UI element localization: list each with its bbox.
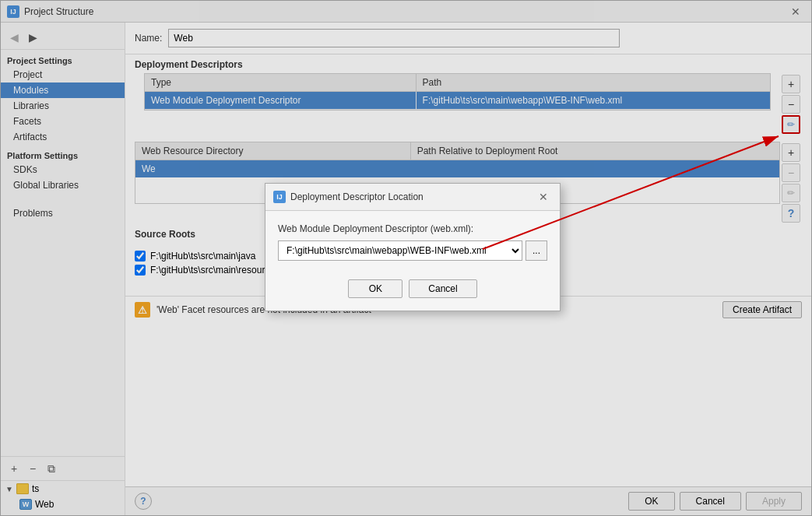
source-root-resources-path: F:\gitHub\ts\src\main\resources xyxy=(150,265,279,276)
sidebar-item-global-libraries[interactable]: Global Libraries xyxy=(1,177,125,193)
table-cell-type: Web Module Deployment Descriptor xyxy=(145,92,416,110)
source-root-java-path: F:\gitHub\ts\src\main\java xyxy=(150,251,255,262)
bottom-bar: ? OK Cancel Apply xyxy=(125,486,811,515)
table-row[interactable]: Web Module Deployment Descriptor F:\gitH… xyxy=(145,92,770,110)
sub-col-path: Path Relative to Deployment Root xyxy=(410,142,779,160)
bottom-right: OK Cancel Apply xyxy=(628,492,802,511)
modal-descriptor-label: Web Module Deployment Descriptor (web.xm… xyxy=(278,223,547,234)
modal-dialog: IJ Deployment Descriptor Location ✕ Web … xyxy=(265,183,561,311)
apply-button[interactable]: Apply xyxy=(746,492,802,511)
platform-settings-header: Platform Settings xyxy=(1,145,125,162)
sub-add-button[interactable]: + xyxy=(782,143,800,162)
title-bar: IJ Project Structure ✕ xyxy=(1,1,811,23)
modal-ok-button[interactable]: OK xyxy=(348,279,402,298)
tree-copy-button[interactable]: ⧉ xyxy=(43,460,60,477)
modal-input-row: F:\gitHub\ts\src\main\webapp\WEB-INF\web… xyxy=(278,240,547,261)
window-title: Project Structure xyxy=(24,6,93,17)
modal-title-text: Deployment Descriptor Location xyxy=(290,191,424,202)
col-type: Type xyxy=(145,74,416,92)
deployment-table: Type Path Web Module Deployment Descript… xyxy=(145,74,770,110)
deployment-section-title: Deployment Descriptors xyxy=(125,54,811,73)
close-icon[interactable]: ✕ xyxy=(786,4,805,19)
sub-table: Web Resource Directory Path Relative to … xyxy=(135,142,779,177)
modal-title-bar: IJ Deployment Descriptor Location ✕ xyxy=(265,184,560,211)
sub-help-button[interactable]: ? xyxy=(782,204,800,223)
folder-icon xyxy=(16,483,29,494)
modal-body: Web Module Deployment Descriptor (web.xm… xyxy=(265,211,560,273)
create-artifact-button[interactable]: Create Artifact xyxy=(722,301,802,318)
source-root-java-checkbox[interactable] xyxy=(135,251,146,262)
ok-button[interactable]: OK xyxy=(628,492,674,511)
tree-root-label: ts xyxy=(32,483,39,494)
bottom-left: ? xyxy=(135,493,152,510)
sub-table-row[interactable]: We xyxy=(135,160,779,178)
name-label: Name: xyxy=(135,33,162,44)
sub-cell-dir: We xyxy=(135,160,410,178)
tree-remove-button[interactable]: − xyxy=(24,460,41,477)
sub-side-buttons: + − ✏ ? xyxy=(780,142,802,224)
source-root-resources-checkbox[interactable] xyxy=(135,265,146,276)
sidebar-item-sdks[interactable]: SDKs xyxy=(1,162,125,177)
module-header: Name: xyxy=(125,23,811,54)
modal-path-select[interactable]: F:\gitHub\ts\src\main\webapp\WEB-INF\web… xyxy=(278,240,522,261)
tree-root-ts[interactable]: ▼ ts xyxy=(1,481,125,497)
deployment-table-wrapper: Type Path Web Module Deployment Descript… xyxy=(144,73,771,111)
help-button[interactable]: ? xyxy=(135,493,152,510)
deployment-add-button[interactable]: + xyxy=(782,75,800,93)
sidebar: ◀ ▶ Project Settings Project Modules Lib… xyxy=(1,23,125,515)
sub-cell-path xyxy=(410,160,779,178)
forward-button[interactable]: ▶ xyxy=(24,29,41,46)
name-input[interactable] xyxy=(168,29,620,47)
sub-edit-button[interactable]: ✏ xyxy=(782,184,800,202)
tree-add-button[interactable]: + xyxy=(5,460,23,477)
back-button[interactable]: ◀ xyxy=(5,29,23,46)
modal-title-left: IJ Deployment Descriptor Location xyxy=(273,191,424,203)
cancel-button[interactable]: Cancel xyxy=(680,492,741,511)
nav-toolbar: ◀ ▶ xyxy=(1,26,125,50)
sidebar-item-problems[interactable]: Problems xyxy=(1,205,125,221)
sub-col-dir: Web Resource Directory xyxy=(135,142,410,160)
warning-icon: ⚠ xyxy=(135,302,150,318)
project-settings-header: Project Settings xyxy=(1,50,125,67)
sidebar-item-facets[interactable]: Facets xyxy=(1,114,125,129)
modal-footer: OK Cancel xyxy=(265,273,560,311)
tree-toolbar: + − ⧉ xyxy=(1,457,125,481)
title-bar-left: IJ Project Structure xyxy=(7,5,93,18)
app-icon: IJ xyxy=(7,5,19,18)
modal-close-icon[interactable]: ✕ xyxy=(535,188,552,205)
deployment-remove-button[interactable]: − xyxy=(782,95,800,114)
module-icon: W xyxy=(19,499,32,510)
modal-title-icon: IJ xyxy=(273,191,286,203)
sidebar-item-modules[interactable]: Modules xyxy=(1,82,125,98)
tree-item-web[interactable]: W Web xyxy=(1,497,125,512)
sub-remove-button[interactable]: − xyxy=(782,163,800,182)
modal-browse-button[interactable]: ... xyxy=(526,240,547,261)
sidebar-item-project[interactable]: Project xyxy=(1,67,125,82)
table-cell-path: F:\gitHub\ts\src\main\webapp\WEB-INF\web… xyxy=(416,92,770,110)
sidebar-item-artifacts[interactable]: Artifacts xyxy=(1,129,125,145)
sidebar-item-libraries[interactable]: Libraries xyxy=(1,98,125,114)
tree-item-web-label: Web xyxy=(35,499,54,510)
modal-cancel-button[interactable]: Cancel xyxy=(409,279,476,298)
col-path: Path xyxy=(416,74,770,92)
deployment-edit-button[interactable]: ✏ xyxy=(782,115,800,134)
deployment-side-buttons: + − ✏ xyxy=(780,73,802,135)
tree-arrow-icon: ▼ xyxy=(5,485,13,493)
deployment-table-section: Type Path Web Module Deployment Descript… xyxy=(135,73,802,135)
